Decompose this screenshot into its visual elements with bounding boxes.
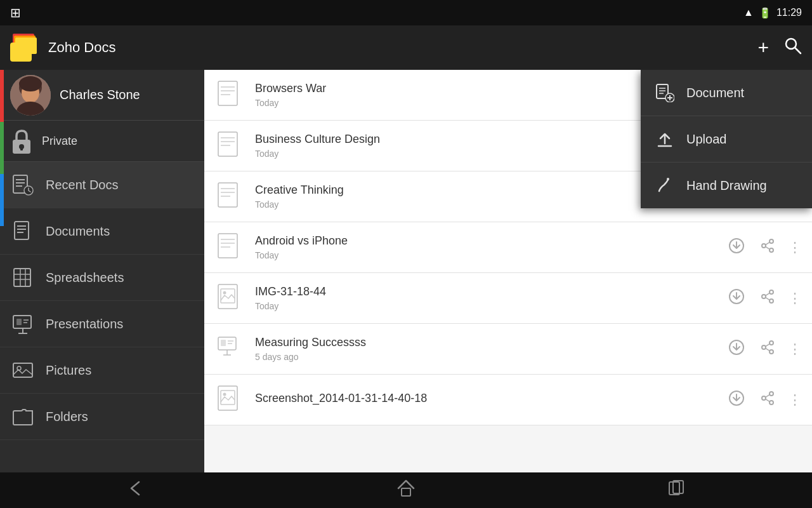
app-bar-actions: + (757, 37, 802, 59)
sidebar-item-documents[interactable]: Documents (0, 208, 204, 255)
status-bar: ⊞ ▲ 🔋 11:29 (0, 0, 812, 25)
status-right: ▲ 🔋 11:29 (743, 7, 802, 19)
share-icon[interactable] (757, 236, 778, 260)
svg-line-91 (766, 344, 770, 346)
svg-point-98 (762, 396, 766, 400)
download-icon[interactable] (726, 235, 747, 260)
more-icon[interactable]: ⋮ (788, 290, 802, 307)
doc-type-icon (214, 179, 245, 215)
share-icon[interactable] (757, 388, 778, 412)
app-title: Zoho Docs (48, 39, 757, 56)
svg-point-69 (769, 248, 773, 252)
share-icon[interactable] (757, 337, 778, 361)
share-icon[interactable] (757, 286, 778, 311)
svg-point-77 (762, 295, 766, 298)
doc-actions: ⋮ (726, 286, 802, 311)
dropdown-item-upload-label: Upload (686, 132, 726, 147)
accent-blue (0, 174, 4, 226)
bottom-nav (0, 472, 812, 508)
doc-info: Measuring Successss 5 days ago (255, 336, 726, 362)
status-time: 11:29 (776, 7, 802, 18)
dropdown-item-drawing[interactable]: Hand Drawing (641, 163, 812, 208)
private-section[interactable]: Private (0, 121, 204, 162)
svg-rect-62 (218, 234, 237, 258)
sidebar-item-label-folders: Folders (46, 410, 88, 424)
more-icon[interactable]: ⋮ (788, 239, 802, 256)
download-icon[interactable] (726, 387, 747, 413)
svg-rect-33 (13, 363, 32, 377)
doc-actions: ⋮ (726, 337, 802, 362)
svg-point-74 (223, 291, 226, 294)
spreadsheets-icon (10, 265, 36, 290)
doc-name: Android vs iPhone (255, 234, 726, 248)
add-button[interactable]: + (757, 37, 769, 58)
folders-icon (10, 404, 36, 429)
grid-icon: ⊞ (10, 5, 21, 20)
user-profile: Charles Stone (0, 70, 204, 121)
svg-rect-12 (20, 147, 23, 150)
doc-type-icon (214, 77, 245, 113)
list-item[interactable]: IMG-31-18-44 Today (204, 273, 812, 324)
doc-name: IMG-31-18-44 (255, 285, 726, 298)
svg-line-71 (766, 246, 770, 249)
dropdown-menu: Document Upload (641, 70, 812, 208)
sidebar-item-pictures[interactable]: Pictures (0, 347, 204, 394)
battery-icon: 🔋 (759, 7, 771, 19)
accent-bars (0, 70, 4, 226)
sidebar-item-presentations[interactable]: Presentations (0, 301, 204, 347)
avatar-image (10, 75, 51, 116)
svg-point-9 (19, 76, 42, 91)
dropdown-item-upload[interactable]: Upload (641, 116, 812, 163)
dropdown-item-document-label: Document (686, 86, 744, 100)
doc-name: Measuring Successss (255, 336, 726, 349)
sidebar-item-label-spreadsheets: Spreadsheets (46, 271, 124, 285)
download-icon[interactable] (726, 286, 747, 311)
doc-actions: ⋮ (726, 387, 802, 413)
wifi-icon: ▲ (743, 7, 754, 18)
svg-rect-52 (218, 183, 237, 207)
svg-rect-18 (15, 222, 29, 239)
home-button[interactable] (396, 478, 416, 503)
lock-icon (10, 128, 33, 154)
avatar (10, 75, 51, 116)
list-item[interactable]: Measuring Successss 5 days ago (204, 324, 812, 375)
download-icon[interactable] (726, 337, 747, 362)
more-icon[interactable]: ⋮ (788, 392, 802, 408)
svg-point-76 (769, 290, 773, 294)
doc-info: Android vs iPhone Today (255, 234, 726, 260)
svg-line-101 (766, 399, 770, 401)
upload-icon (653, 128, 676, 150)
image-type-icon (214, 382, 245, 418)
sidebar-item-spreadsheets[interactable]: Spreadsheets (0, 255, 204, 301)
list-item[interactable]: Android vs iPhone Today (204, 222, 812, 273)
svg-point-68 (762, 244, 766, 248)
content-area: Document Upload (204, 70, 812, 472)
svg-line-4 (795, 48, 801, 53)
dropdown-item-drawing-label: Hand Drawing (686, 178, 767, 193)
svg-point-67 (769, 239, 773, 243)
list-item[interactable]: Screenshot_2014-01-31-14-40-18 (204, 375, 812, 425)
presentations-icon (10, 311, 36, 337)
svg-point-97 (769, 392, 773, 396)
more-icon[interactable]: ⋮ (788, 341, 802, 358)
sidebar-item-label-documents: Documents (46, 224, 110, 239)
doc-name: Screenshot_2014-01-31-14-40-18 (255, 392, 726, 405)
svg-point-90 (769, 350, 773, 354)
sidebar-item-recent[interactable]: Recent Docs (0, 162, 204, 208)
presentation-type-icon (214, 331, 245, 367)
back-button[interactable] (125, 478, 145, 503)
svg-point-89 (762, 345, 766, 349)
documents-icon (10, 218, 36, 244)
svg-line-80 (766, 297, 770, 300)
search-button[interactable] (784, 37, 802, 59)
app-bar: Zoho Docs + (0, 25, 812, 70)
recents-button[interactable] (667, 478, 687, 503)
accent-green (0, 122, 4, 174)
status-left: ⊞ (10, 5, 21, 20)
svg-line-70 (766, 242, 770, 244)
doc-date: Today (255, 301, 726, 311)
doc-actions: ⋮ (726, 235, 802, 260)
svg-rect-48 (218, 132, 237, 156)
sidebar-item-folders[interactable]: Folders (0, 394, 204, 440)
dropdown-item-document[interactable]: Document (641, 70, 812, 116)
